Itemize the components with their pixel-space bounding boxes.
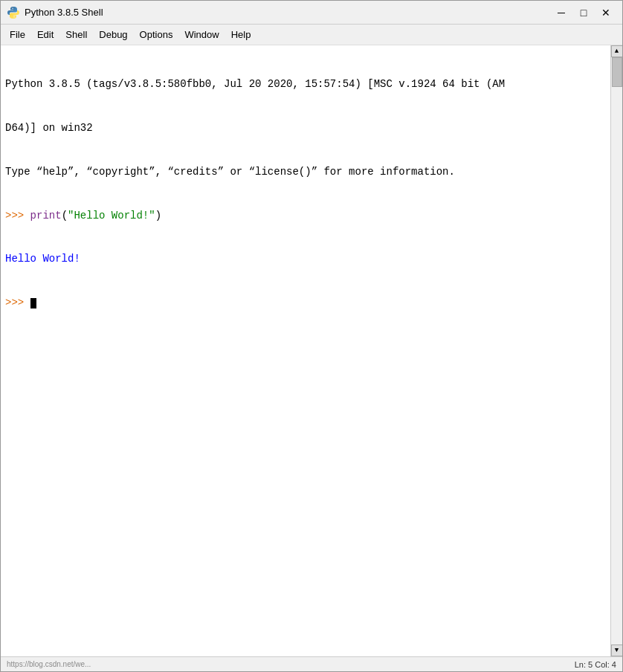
- scroll-down-arrow[interactable]: ▼: [611, 644, 623, 656]
- close-button[interactable]: ✕: [595, 4, 616, 21]
- scrollbar[interactable]: ▲ ▼: [610, 45, 622, 656]
- window-title: Python 3.8.5 Shell: [25, 7, 551, 18]
- shell-output[interactable]: Python 3.8.5 (tags/v3.8.5:580fbb0, Jul 2…: [1, 45, 610, 656]
- output-line-6: >>>: [5, 296, 606, 311]
- command-string: "Hello World!": [68, 210, 155, 222]
- cursor: [30, 298, 36, 308]
- output-line-2: D64)] on win32: [5, 121, 606, 136]
- output-line-4: >>> print("Hello World!"): [5, 209, 606, 224]
- menu-debug[interactable]: Debug: [93, 27, 133, 43]
- output-line-1: Python 3.8.5 (tags/v3.8.5:580fbb0, Jul 2…: [5, 77, 606, 92]
- scroll-track[interactable]: [611, 57, 622, 644]
- title-bar: Python 3.8.5 Shell ─ □ ✕: [1, 1, 622, 25]
- menu-options[interactable]: Options: [134, 27, 179, 43]
- menu-file[interactable]: File: [4, 27, 31, 43]
- menu-edit[interactable]: Edit: [31, 27, 59, 43]
- menu-window[interactable]: Window: [178, 27, 225, 43]
- menu-bar: File Edit Shell Debug Options Window Hel…: [1, 25, 622, 45]
- status-bar: https://blog.csdn.net/we... Ln: 5 Col: 4: [1, 656, 622, 671]
- maximize-button[interactable]: □: [573, 4, 594, 21]
- window-controls: ─ □ ✕: [551, 4, 616, 21]
- command-paren-close: ): [155, 210, 161, 222]
- prompt-2: >>>: [5, 297, 30, 308]
- status-position: Ln: 5 Col: 4: [575, 660, 616, 669]
- prompt-1: >>>: [5, 210, 30, 222]
- command-print: print: [30, 210, 62, 222]
- command-paren-open: (: [62, 210, 68, 222]
- scroll-up-arrow[interactable]: ▲: [611, 45, 623, 57]
- content-area: Python 3.8.5 (tags/v3.8.5:580fbb0, Jul 2…: [1, 45, 622, 656]
- output-line-5: Hello World!: [5, 252, 606, 267]
- menu-help[interactable]: Help: [225, 27, 257, 43]
- output-line-3: Type “help”, “copyright”, “credits” or “…: [5, 165, 606, 180]
- python-shell-window: Python 3.8.5 Shell ─ □ ✕ File Edit Shell…: [0, 0, 623, 672]
- status-url: https://blog.csdn.net/we...: [7, 660, 575, 668]
- menu-shell[interactable]: Shell: [59, 27, 93, 43]
- scroll-thumb[interactable]: [612, 57, 622, 87]
- app-icon: [7, 6, 20, 19]
- minimize-button[interactable]: ─: [551, 4, 572, 21]
